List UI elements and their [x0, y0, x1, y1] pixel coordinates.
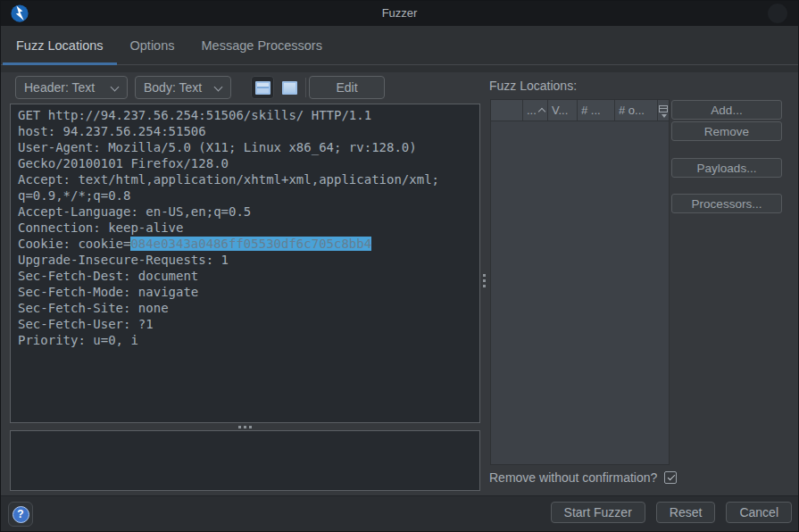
- toolbar-separator: [305, 78, 306, 97]
- header-view-value: Header: Text: [24, 80, 95, 95]
- chevron-down-icon: [112, 84, 119, 91]
- footer-actions: Start Fuzzer Reset Cancel: [551, 502, 792, 523]
- body-view-value: Body: Text: [144, 80, 202, 95]
- table-header-value[interactable]: V...: [548, 100, 578, 121]
- request-editor[interactable]: GET http://94.237.56.254:51506/skills/ H…: [10, 104, 480, 423]
- reset-button[interactable]: Reset: [656, 502, 716, 523]
- request-text-after: Upgrade-Insecure-Requests: 1 Sec-Fetch-D…: [18, 253, 229, 347]
- vertical-splitter[interactable]: [480, 65, 489, 497]
- sort-ascending-icon: [538, 108, 545, 113]
- column-settings-button[interactable]: [658, 100, 669, 121]
- payloads-button[interactable]: Payloads...: [671, 158, 782, 178]
- fuzzer-dialog: Fuzzer Fuzz Locations Options Message Pr…: [0, 0, 799, 532]
- split-view-toggle-button[interactable]: [251, 76, 274, 99]
- body-view-select[interactable]: Body: Text: [135, 76, 231, 99]
- start-fuzzer-button[interactable]: Start Fuzzer: [551, 502, 645, 523]
- help-icon: ?: [12, 506, 29, 523]
- table-header-location[interactable]: ...: [523, 100, 548, 121]
- titlebar: Fuzzer: [1, 1, 798, 26]
- tabbar: Fuzz Locations Options Message Processor…: [1, 26, 798, 65]
- window-button[interactable]: [768, 4, 787, 23]
- remove-button[interactable]: Remove: [671, 121, 782, 141]
- footer-bar: ? Start Fuzzer Reset Cancel: [1, 495, 798, 531]
- horizontal-splitter[interactable]: [10, 423, 480, 430]
- tab-message-processors[interactable]: Message Processors: [188, 26, 336, 64]
- tab-options[interactable]: Options: [117, 26, 188, 64]
- tab-content-edge: [1, 65, 798, 72]
- request-body-panel[interactable]: [10, 430, 480, 491]
- tab-fuzz-locations[interactable]: Fuzz Locations: [3, 26, 117, 64]
- split-view-icon: [255, 81, 270, 95]
- combined-view-toggle-button[interactable]: [278, 76, 301, 99]
- window-title: Fuzzer: [1, 1, 798, 26]
- add-button[interactable]: Add...: [671, 100, 782, 120]
- help-button[interactable]: ?: [8, 502, 33, 527]
- edit-button[interactable]: Edit: [309, 76, 385, 99]
- combined-view-icon: [282, 81, 297, 95]
- table-header-blank[interactable]: [491, 100, 523, 121]
- remove-confirmation-row: Remove without confirmation?: [489, 470, 677, 486]
- table-header-row: ... V... # ... # o...: [491, 100, 669, 121]
- table-header-processor-count[interactable]: # o...: [615, 100, 658, 121]
- request-text-before: GET http://94.237.56.254:51506/skills/ H…: [18, 108, 439, 251]
- cancel-button[interactable]: Cancel: [726, 502, 792, 523]
- table-header-label: ...: [527, 104, 537, 117]
- table-header-payload-count[interactable]: # ...: [578, 100, 615, 121]
- check-icon: [668, 473, 675, 480]
- caret-down-icon: [662, 114, 667, 118]
- chevron-down-icon: [215, 84, 222, 91]
- column-settings-icon: [659, 105, 668, 112]
- fuzz-locations-label: Fuzz Locations:: [489, 79, 577, 93]
- fuzz-locations-table[interactable]: ... V... # ... # o...: [490, 99, 670, 465]
- processors-button[interactable]: Processors...: [671, 194, 782, 213]
- splitter-grip-icon: [483, 274, 486, 287]
- request-selected-text: 084e0343a0486ff05530df6c705c8bb4: [130, 237, 371, 251]
- remove-confirmation-checkbox[interactable]: [664, 471, 677, 484]
- remove-confirmation-label: Remove without confirmation?: [489, 470, 657, 485]
- header-view-select[interactable]: Header: Text: [15, 76, 128, 99]
